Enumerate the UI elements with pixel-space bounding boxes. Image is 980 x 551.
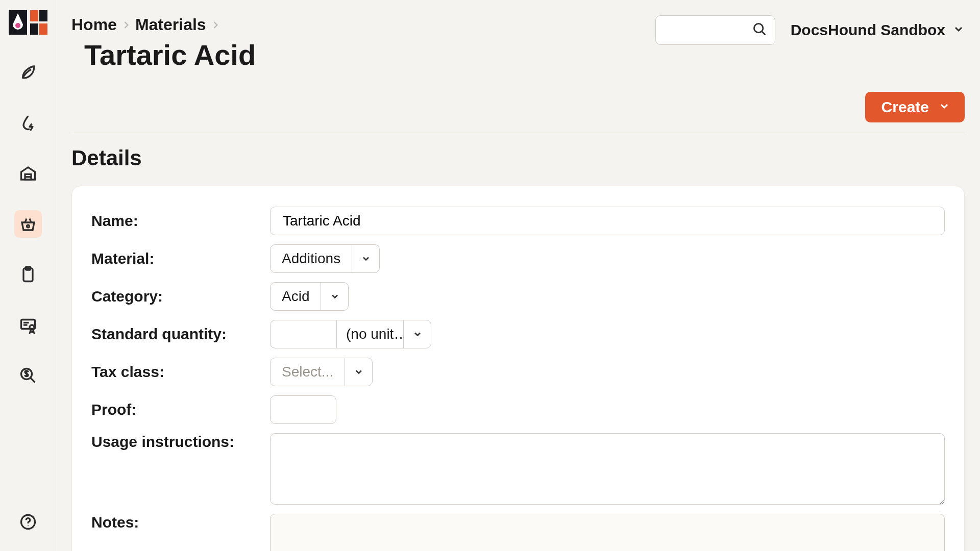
header-row: Home Materials Tartaric Acid DocsHound S… bbox=[71, 15, 965, 71]
dollar-search-icon[interactable] bbox=[14, 362, 42, 389]
row-name: Name: bbox=[91, 207, 945, 235]
clipboard-icon[interactable] bbox=[14, 261, 42, 288]
label-tax-class: Tax class: bbox=[91, 363, 270, 381]
label-category: Category: bbox=[91, 288, 270, 305]
usage-textarea[interactable] bbox=[270, 433, 945, 505]
section-title-details: Details bbox=[71, 146, 965, 170]
create-button[interactable]: Create bbox=[865, 92, 965, 122]
proof-input[interactable] bbox=[270, 395, 336, 424]
breadcrumb: Home Materials bbox=[71, 15, 256, 34]
chevron-right-icon bbox=[121, 20, 131, 30]
svg-rect-4 bbox=[30, 23, 38, 35]
svg-line-16 bbox=[30, 378, 35, 383]
row-material: Material: Additions bbox=[91, 244, 945, 273]
row-notes: Notes: bbox=[91, 514, 945, 551]
row-usage: Usage instructions: bbox=[91, 433, 945, 505]
material-select[interactable]: Additions bbox=[270, 244, 380, 273]
divider bbox=[71, 133, 965, 133]
category-select-value: Acid bbox=[271, 283, 321, 310]
chevron-right-icon bbox=[210, 20, 220, 30]
label-std-qty: Standard quantity: bbox=[91, 325, 270, 343]
sidebar bbox=[0, 0, 56, 551]
row-category: Category: Acid bbox=[91, 282, 945, 311]
tax-class-select[interactable]: Select... bbox=[270, 358, 373, 386]
workspace-name: DocsHound Sandbox bbox=[791, 21, 945, 39]
chevron-down-icon bbox=[345, 358, 372, 386]
chevron-down-icon bbox=[403, 320, 431, 348]
std-qty-input[interactable] bbox=[270, 320, 336, 348]
svg-rect-3 bbox=[39, 10, 47, 21]
create-button-label: Create bbox=[881, 98, 929, 116]
svg-point-8 bbox=[27, 225, 29, 228]
chevron-down-icon bbox=[321, 283, 348, 310]
breadcrumb-home[interactable]: Home bbox=[71, 15, 117, 34]
label-notes: Notes: bbox=[91, 514, 270, 531]
app-logo[interactable] bbox=[8, 9, 48, 36]
svg-rect-2 bbox=[30, 10, 38, 21]
row-proof: Proof: bbox=[91, 395, 945, 424]
header-right: DocsHound Sandbox bbox=[655, 15, 965, 45]
page-title: Tartaric Acid bbox=[84, 38, 256, 71]
details-card: Name: Material: Additions Category: Acid bbox=[71, 186, 965, 551]
material-select-value: Additions bbox=[271, 245, 352, 272]
row-tax-class: Tax class: Select... bbox=[91, 358, 945, 386]
chevron-down-icon bbox=[952, 21, 965, 39]
label-material: Material: bbox=[91, 250, 270, 267]
label-proof: Proof: bbox=[91, 401, 270, 418]
tax-class-value: Select... bbox=[271, 358, 345, 386]
category-select[interactable]: Acid bbox=[270, 282, 349, 311]
svg-point-14 bbox=[30, 325, 34, 330]
svg-point-18 bbox=[28, 525, 29, 527]
notes-textarea[interactable] bbox=[270, 514, 945, 551]
svg-rect-11 bbox=[21, 320, 35, 329]
svg-point-1 bbox=[15, 23, 20, 28]
chevron-down-icon bbox=[938, 98, 950, 116]
label-usage: Usage instructions: bbox=[91, 433, 270, 450]
header-left: Home Materials Tartaric Acid bbox=[71, 15, 256, 71]
leaf-icon[interactable] bbox=[14, 59, 42, 86]
search-box bbox=[655, 15, 775, 45]
std-qty-unit-value: (no unit… bbox=[337, 320, 403, 348]
help-icon[interactable] bbox=[14, 508, 42, 536]
chevron-down-icon bbox=[352, 245, 379, 272]
std-qty-unit-select[interactable]: (no unit… bbox=[336, 320, 431, 348]
main-content: Home Materials Tartaric Acid DocsHound S… bbox=[56, 0, 980, 551]
row-std-qty: Standard quantity: (no unit… bbox=[91, 320, 945, 348]
search-input[interactable] bbox=[655, 15, 775, 45]
droplet-bolt-icon[interactable] bbox=[14, 109, 42, 137]
workspace-switcher[interactable]: DocsHound Sandbox bbox=[791, 21, 965, 39]
label-name: Name: bbox=[91, 212, 270, 230]
name-input[interactable] bbox=[270, 207, 945, 235]
create-row: Create bbox=[71, 92, 965, 122]
warehouse-icon[interactable] bbox=[14, 160, 42, 187]
certificate-icon[interactable] bbox=[14, 311, 42, 339]
breadcrumb-materials[interactable]: Materials bbox=[135, 15, 206, 34]
svg-rect-5 bbox=[39, 23, 47, 35]
basket-icon[interactable] bbox=[14, 210, 42, 238]
